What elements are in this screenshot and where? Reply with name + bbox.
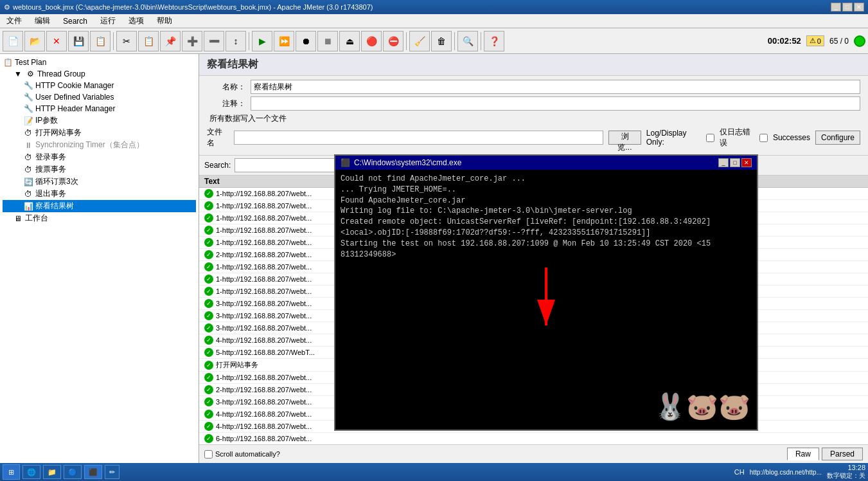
cmd-line-1: Could not find ApacheJmeter_core.jar ... <box>341 174 752 185</box>
toolbar-start-remote[interactable]: ⏺ <box>296 31 316 51</box>
toolbar-shutdown[interactable]: ⏏ <box>339 31 360 51</box>
configure-button[interactable]: Configure <box>815 131 860 145</box>
errors-checkbox[interactable] <box>706 134 714 142</box>
task-chrome[interactable]: 🔵 <box>64 465 82 479</box>
toolbar-open[interactable]: 📂 <box>24 31 45 51</box>
opensite-label: 打开网站事务 <box>35 127 82 138</box>
cookie-label: HTTP Cookie Manager <box>35 81 114 90</box>
toolbar-remote-stop2[interactable]: ⛔ <box>383 31 403 51</box>
toolbar-save[interactable]: 💾 <box>68 31 89 51</box>
folder-icon: 📁 <box>48 468 57 476</box>
comment-input[interactable] <box>251 96 860 111</box>
red-arrow <box>536 261 556 338</box>
toolbar-remote-stop[interactable]: 🔴 <box>361 31 382 51</box>
tree-item-ip[interactable]: 📝 IP参数 <box>3 114 196 127</box>
result-text: 3-http://192.168.88.207/webt... <box>216 312 312 320</box>
window-controls[interactable]: _ □ ✕ <box>831 3 864 12</box>
menu-run[interactable]: 运行 <box>96 14 120 28</box>
minimize-button[interactable]: _ <box>831 3 841 12</box>
task-cmd[interactable]: ⬛ <box>84 465 102 479</box>
task-explorer[interactable]: 📁 <box>43 465 61 479</box>
tree-item-login[interactable]: ⏱ 登录事务 <box>3 151 196 163</box>
tree-item-workbench[interactable]: 🖥 工作台 <box>3 212 196 224</box>
result-success-icon: ✓ <box>204 373 213 382</box>
toolbar-collapse[interactable]: ➖ <box>204 31 224 51</box>
tree-item-logout[interactable]: ⏱ 退出事务 <box>3 188 196 200</box>
successes-checkbox[interactable] <box>759 134 768 142</box>
result-success-icon: ✓ <box>204 226 213 235</box>
loop-label: 循环订票3次 <box>35 176 78 187</box>
toolbar-copy[interactable]: 📋 <box>138 31 159 51</box>
toolbar-search[interactable]: 🔍 <box>457 31 478 51</box>
menu-help[interactable]: 帮助 <box>153 14 176 28</box>
toolbar-stop[interactable]: ⏹ <box>317 31 338 51</box>
tree-item-cookiemanager[interactable]: 🔧 HTTP Cookie Manager <box>3 80 196 91</box>
tree-item-uservars[interactable]: 🔧 User Defined Variables <box>3 91 196 103</box>
toolbar-expand[interactable]: ➕ <box>182 31 202 51</box>
toolbar-clear-all[interactable]: 🗑 <box>431 31 452 51</box>
toolbar-paste[interactable]: 📌 <box>160 31 181 51</box>
tree-item-synctimer[interactable]: ⏸ Synchronizing Timer（集合点） <box>3 139 196 151</box>
result-text: 1-http://192.168.88.207/webt... <box>216 202 312 210</box>
toolbar-cut[interactable]: ✂ <box>116 31 137 51</box>
tab-parsed[interactable]: Parsed <box>822 448 863 460</box>
cmd-line-7: Starting the test on host 192.168.88.207… <box>341 239 752 250</box>
cmd-window[interactable]: ⬛ C:\Windows\system32\cmd.exe _ □ ✕ Coul… <box>334 154 758 431</box>
comment-row: 注释： <box>207 96 860 111</box>
task-pen[interactable]: ✏ <box>105 465 120 479</box>
result-text: 1-http://192.168.88.207/webt... <box>216 287 312 295</box>
toolbar-toggle[interactable]: ↕ <box>226 31 246 51</box>
tree-item-headermanager[interactable]: 🔧 HTTP Header Manager <box>3 103 196 114</box>
toolbar-start-nopauses[interactable]: ⏩ <box>274 31 294 51</box>
scroll-checkbox[interactable] <box>204 450 213 458</box>
cmd-minimize[interactable]: _ <box>718 158 729 167</box>
file-input[interactable] <box>234 131 603 145</box>
cmd-close[interactable]: ✕ <box>741 158 752 167</box>
result-text: 1-http://192.168.88.207/webt... <box>216 239 312 246</box>
tree-item-viewresults[interactable]: 📊 察看结果树 <box>3 200 196 212</box>
toolbar-revert[interactable]: 📋 <box>90 31 111 51</box>
result-success-icon: ✓ <box>204 385 213 394</box>
menu-edit[interactable]: 编辑 <box>31 14 54 28</box>
warning-count: 0 <box>817 37 821 45</box>
close-button[interactable]: ✕ <box>854 3 864 12</box>
opensite-icon: ⏱ <box>23 128 33 138</box>
maximize-button[interactable]: □ <box>842 3 853 12</box>
sep1 <box>113 32 114 50</box>
name-input[interactable] <box>251 80 860 94</box>
tree-item-search[interactable]: ⏱ 搜票事务 <box>3 163 196 176</box>
toolbar-start[interactable]: ▶ <box>252 31 272 51</box>
uservars-label: User Defined Variables <box>35 93 114 102</box>
menu-options[interactable]: 选项 <box>125 14 148 28</box>
result-text: 4-http://192.168.88.207/webt... <box>216 410 312 418</box>
uservars-icon: 🔧 <box>23 92 33 102</box>
toolbar-clear[interactable]: 🧹 <box>409 31 430 51</box>
toolbar-new[interactable]: 📄 <box>3 31 23 51</box>
tree-item-testplan[interactable]: 📋 Test Plan <box>3 57 196 68</box>
toolbar-help[interactable]: ❓ <box>484 31 504 51</box>
sep4 <box>454 32 455 50</box>
warning-badge: ⚠ 0 <box>806 35 824 46</box>
cmd-maximize[interactable]: □ <box>730 158 740 167</box>
result-item[interactable]: ✓ 6-http://192.168.88.207/webt... <box>199 433 868 444</box>
result-text: 2-http://192.168.88.207/webt... <box>216 386 312 394</box>
tree-item-loop[interactable]: 🔄 循环订票3次 <box>3 176 196 188</box>
start-button[interactable]: ⊞ <box>3 464 20 480</box>
task-ie[interactable]: 🌐 <box>22 465 40 479</box>
cmd-controls[interactable]: _ □ ✕ <box>718 158 752 167</box>
scroll-check: Scroll automatically? <box>204 450 280 458</box>
alldata-label: 所有数据写入一个文件 <box>207 113 287 124</box>
tab-raw[interactable]: Raw <box>787 448 819 460</box>
login-icon: ⏱ <box>23 152 33 163</box>
log-options: Log/Display Only: 仅日志错误 Successes Config… <box>646 127 860 149</box>
tree-item-threadgroup[interactable]: ▼ ⚙ Thread Group <box>3 68 196 80</box>
toolbar-close[interactable]: ✕ <box>46 31 67 51</box>
browse-button[interactable]: 浏览... <box>608 131 641 145</box>
tree-item-opensite[interactable]: ⏱ 打开网站事务 <box>3 127 196 139</box>
result-success-icon: ✓ <box>204 299 213 308</box>
alldata-row: 所有数据写入一个文件 <box>207 113 860 124</box>
menu-file[interactable]: 文件 <box>3 14 26 28</box>
testplan-icon: 📋 <box>3 57 13 68</box>
menu-search[interactable]: Search <box>59 15 91 27</box>
result-text: 1-http://192.168.88.207/webt... <box>216 190 312 197</box>
